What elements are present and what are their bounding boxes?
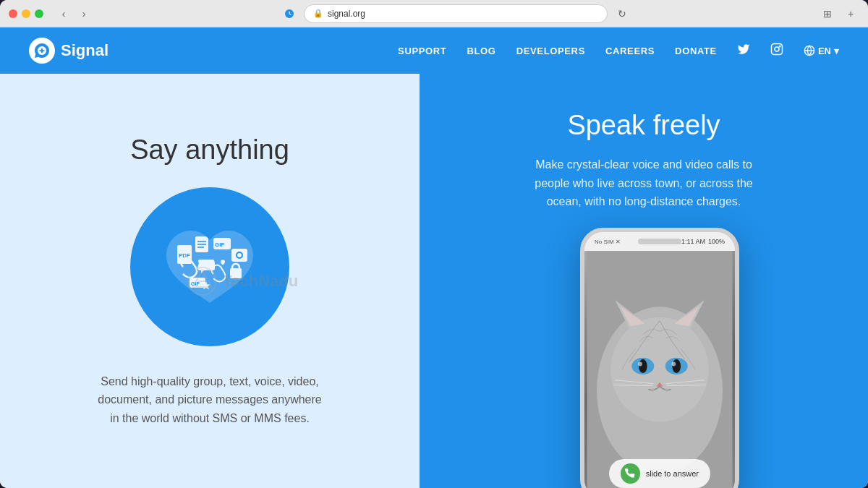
traffic-lights [9,9,43,18]
website-content: Signal SUPPORT BLOG DEVELOPERS CAREERS D… [0,27,868,488]
fullscreen-icon[interactable]: ⊞ [819,5,836,22]
panel-left-title: Say anything [130,134,289,166]
iphone-screen: Chairman Meow Signal Audio... [584,251,735,488]
address-bar[interactable]: 🔒 signal.org [304,4,608,23]
panel-left-body: Send high-quality group, text, voice, vi… [94,372,326,428]
svg-point-34 [672,359,681,373]
panel-say-anything: Say anything [0,74,420,488]
brand-name: Signal [61,41,109,60]
language-selector[interactable]: EN ▾ [804,45,839,56]
brand-logo[interactable]: Signal [29,38,109,64]
panel-right-body: Make crystal-clear voice and video calls… [521,155,767,211]
nav-careers[interactable]: CAREERS [605,46,655,56]
svg-point-5 [779,46,780,47]
carrier-label: No SIM ✕ [595,239,621,245]
language-label: EN [818,46,831,56]
chevron-down-icon: ▾ [834,46,839,56]
nav-support[interactable]: SUPPORT [398,46,446,56]
cat-illustration [584,251,735,488]
forward-button[interactable]: › [75,5,93,22]
navbar: Signal SUPPORT BLOG DEVELOPERS CAREERS D… [0,27,868,74]
time-label: 11:11 AM [678,238,705,245]
close-button[interactable] [9,9,17,18]
iphone-frame: No SIM ✕ 11:11 AM 100% [580,228,739,488]
lock-icon: 🔒 [313,9,323,18]
technadu-logo-icon [187,267,216,296]
svg-point-4 [775,47,779,51]
main-content: Say anything [0,74,868,488]
iphone-status-bar: No SIM ✕ 11:11 AM 100% [584,232,735,251]
svg-rect-3 [771,43,782,54]
nav-blog[interactable]: BLOG [467,46,495,56]
nav-developers[interactable]: DEVELOPERS [516,46,585,56]
back-button[interactable]: ‹ [55,5,72,22]
address-url: signal.org [328,9,365,19]
panel-right-title: Speak freely [567,110,720,141]
svg-point-33 [639,359,647,373]
svg-text:GIF: GIF [215,241,224,248]
titlebar-right-actions: ⊞ + [819,5,859,22]
iphone-speaker [638,239,681,244]
minimize-button[interactable] [22,9,30,18]
slide-answer-label: slide to answer [646,469,699,478]
svg-point-26 [610,317,708,422]
twitter-icon[interactable] [737,44,750,59]
slide-to-answer[interactable]: slide to answer [609,459,710,488]
globe-icon [804,45,815,56]
iphone-mockup: No SIM ✕ 11:11 AM 100% [580,228,739,488]
technadu-brand: TechNadu [222,272,298,291]
signal-logo-icon [29,38,55,64]
titlebar: ‹ › 🔒 signal.org ↻ ⊞ + [0,0,868,27]
nav-buttons: ‹ › [55,5,93,22]
battery-label: 100% [708,238,725,245]
answer-button-icon [621,463,640,484]
nav-links: SUPPORT BLOG DEVELOPERS CAREERS DONATE [398,43,839,59]
maximize-button[interactable] [35,9,43,18]
svg-point-35 [638,362,642,367]
technadu-watermark: TechNadu [187,267,298,296]
nav-donate[interactable]: DONATE [675,46,717,56]
titlebar-center: 🔒 signal.org ↻ [98,4,813,23]
refresh-button[interactable]: ↻ [613,5,631,22]
phone-icon [625,468,635,479]
panel-speak-freely: Speak freely Make crystal-clear voice an… [420,74,868,488]
svg-point-36 [671,362,676,367]
cat-background [584,251,735,488]
tab-icon [281,5,298,22]
svg-point-18 [237,253,242,257]
instagram-icon[interactable] [770,44,783,59]
browser-window: ‹ › 🔒 signal.org ↻ ⊞ + [0,0,868,488]
add-tab-icon[interactable]: + [842,5,859,22]
